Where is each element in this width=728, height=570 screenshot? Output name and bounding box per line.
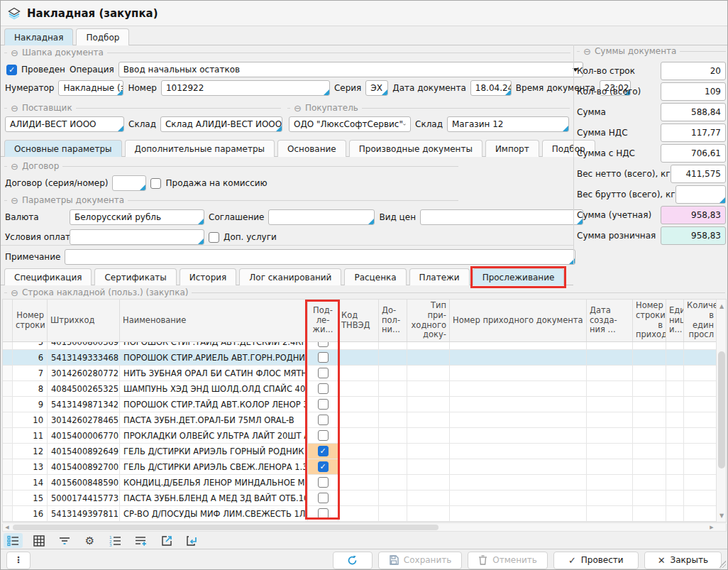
tab-import[interactable]: Импорт xyxy=(485,140,539,157)
tab-podbor[interactable]: Подбор xyxy=(76,28,129,45)
numbered-list-icon[interactable]: 123 xyxy=(106,533,125,548)
tab-proslezhivanie[interactable]: Прослеживание xyxy=(473,268,565,285)
column-header-tnved[interactable]: Код ТНВЭД xyxy=(338,300,379,341)
buyer-warehouse-field[interactable]: Магазин 12 xyxy=(447,116,569,132)
resize-grip[interactable] xyxy=(719,561,726,568)
open-external-icon[interactable] xyxy=(157,533,176,548)
column-header-incoming-type[interactable]: Тип при- ходного доку- xyxy=(407,300,450,341)
column-header-barcode[interactable]: Штрихкод xyxy=(48,300,120,341)
more-menu-button[interactable]: ⋮ xyxy=(6,552,31,569)
agreement-field[interactable] xyxy=(268,209,375,225)
settings-gear-icon[interactable]: ⚙ xyxy=(80,533,99,548)
extra-services-checkbox[interactable] xyxy=(209,232,219,243)
price-type-field[interactable] xyxy=(420,209,583,225)
tab-dopolnitelnye-parametry[interactable]: Дополнительные параметры xyxy=(125,140,275,157)
cell-subject[interactable] xyxy=(308,412,338,428)
collapse-icon[interactable]: ⊖ xyxy=(11,162,18,171)
sum-value-summa[interactable]: 588,84 xyxy=(661,103,726,121)
supplier-name-field[interactable]: АЛИДИ-ВЕСТ ИООО xyxy=(5,116,124,132)
operation-select[interactable]: Ввод начальных остатков xyxy=(118,62,583,77)
collapse-icon[interactable]: ⊖ xyxy=(294,104,302,113)
table-row[interactable]: 165413149397811СР-ВО Д/ПОСУДЫ МИФ ЛИМ.СВ… xyxy=(3,506,726,522)
column-header-incoming-number[interactable]: Номер приходного документа xyxy=(450,300,587,341)
list-view-icon[interactable] xyxy=(4,533,23,548)
scrollbar-thumb[interactable] xyxy=(718,351,725,468)
cell-subject[interactable] xyxy=(308,366,338,381)
numerator-field[interactable]: Накладные (зак xyxy=(58,80,123,96)
sum-value-kol-vo-strok[interactable]: 20 xyxy=(661,62,726,80)
vertical-scrollbar[interactable]: ▲ ▼ xyxy=(716,300,726,522)
tab-specifikaciya[interactable]: Спецификация xyxy=(4,268,92,285)
tab-nakladnaya[interactable]: Накладная xyxy=(4,28,73,45)
row-checkbox[interactable]: ✓ xyxy=(318,446,329,456)
scroll-down-icon[interactable]: ▼ xyxy=(717,510,727,520)
table-row[interactable]: 103014260278465ПАСТА ЗУБН.ДЕТ.ОРАЛ-БИ 75… xyxy=(3,412,726,428)
column-header-subject[interactable]: Под- ле- жи... xyxy=(308,300,338,341)
cell-subject[interactable] xyxy=(308,397,338,412)
refresh-button[interactable] xyxy=(333,552,373,569)
cell-subject[interactable] xyxy=(308,342,338,350)
row-checkbox[interactable] xyxy=(318,415,329,425)
scroll-left-icon[interactable]: ◀ xyxy=(3,524,11,531)
posted-checkbox[interactable]: ✓ xyxy=(6,65,17,75)
cell-subject[interactable] xyxy=(308,428,338,444)
tab-proizvodnye-dokumenty[interactable]: Производные документы xyxy=(349,140,482,157)
cell-subject[interactable] xyxy=(308,506,338,522)
tab-istoriya[interactable]: История xyxy=(180,268,237,285)
contract-field[interactable] xyxy=(112,175,146,191)
table-row[interactable]: 84084500265325ШАМПУНЬ ХЭД ЭНД ШОЛД.ОЛД С… xyxy=(3,381,726,397)
collapse-icon[interactable]: ⊖ xyxy=(11,288,18,297)
close-button[interactable]: ✕ Закрыть xyxy=(644,552,722,569)
cell-subject[interactable]: ✓ xyxy=(308,444,338,459)
payment-terms-field[interactable] xyxy=(70,229,204,245)
column-header-name[interactable]: Наименование xyxy=(120,300,308,341)
series-field[interactable]: ЭХ xyxy=(365,80,388,96)
sum-value-ves-netto[interactable]: 411,575 xyxy=(671,165,726,183)
table-row[interactable]: 114015400006770ПРОКЛАДКИ ОЛВЕЙС УЛЬТРА Л… xyxy=(3,428,726,444)
post-button[interactable]: ✓ Провести xyxy=(553,552,639,569)
row-checkbox[interactable] xyxy=(318,383,329,394)
tab-sertifikaty[interactable]: Сертификаты xyxy=(94,268,176,285)
supplier-warehouse-field[interactable]: Склад АЛИДИ-ВЕСТ ИООО xyxy=(160,116,282,132)
date-field[interactable]: 18.04.24 xyxy=(470,80,512,96)
sum-value-kol-vo-vsego[interactable]: 109 xyxy=(661,82,726,101)
reload-rows-icon[interactable] xyxy=(182,533,202,548)
sum-value-summa-uchetnaya[interactable]: 958,83 xyxy=(661,206,726,224)
number-field[interactable]: 1012922 xyxy=(161,80,330,96)
scroll-right-icon[interactable]: ▶ xyxy=(707,524,716,531)
row-checkbox[interactable] xyxy=(318,342,329,347)
collapse-icon[interactable]: ⊖ xyxy=(11,104,18,113)
buyer-select[interactable]: ОДО "ЛюксСофтСервис" xyxy=(289,116,411,132)
cancel-button[interactable]: Отменить xyxy=(468,552,548,569)
collapse-icon[interactable]: ⊖ xyxy=(11,196,18,205)
row-checkbox[interactable] xyxy=(318,508,329,519)
row-checkbox[interactable] xyxy=(318,477,329,488)
collapse-icon[interactable]: ⊖ xyxy=(11,48,18,57)
sum-value-summa-s-nds[interactable]: 706,61 xyxy=(661,144,726,163)
cell-subject[interactable] xyxy=(308,490,338,506)
table-row[interactable]: 155000174415773ПАСТА ЗУБН.БЛЕНД А МЕД ЗД… xyxy=(3,490,726,506)
grid-view-icon[interactable] xyxy=(29,533,48,548)
filter-icon[interactable] xyxy=(55,533,74,548)
table-row[interactable]: 124015400892649ГЕЛЬ Д/СТИРКИ АРИЭЛЬ ГОРН… xyxy=(3,444,726,459)
table-row[interactable]: 65413149333468ПОРОШОК СТИР.АРИЕЛЬ АВТ.ГО… xyxy=(3,350,726,366)
scroll-up-icon[interactable]: ▲ xyxy=(717,301,727,311)
column-header-qty-units[interactable]: Количе в един просл xyxy=(684,300,717,341)
add-rows-icon[interactable] xyxy=(131,533,150,548)
column-header-row-in-incoming[interactable]: Номер строки в приход.. xyxy=(633,300,666,341)
table-row[interactable]: 73014260280772НИТЬ ЗУБНАЯ ОРАЛ БИ САТИН … xyxy=(3,366,726,381)
tab-rascenka[interactable]: Расценка xyxy=(344,268,406,285)
scrollbar-thumb[interactable] xyxy=(13,525,439,530)
cell-subject[interactable] xyxy=(308,381,338,397)
table-row[interactable]: 134015400892700ГЕЛЬ Д/СТИРКИ АРИЭЛЬ СВЕЖ… xyxy=(3,459,726,475)
note-field[interactable] xyxy=(65,249,575,265)
row-checkbox[interactable] xyxy=(318,399,329,410)
sum-value-ves-brutto[interactable] xyxy=(675,185,726,204)
column-header-created[interactable]: Дата созда- ния ... xyxy=(587,300,633,341)
commission-checkbox[interactable] xyxy=(150,178,161,189)
column-header-num[interactable]: Номер строки xyxy=(13,300,48,341)
column-header-dop[interactable]: До- пол- ни... xyxy=(379,300,407,341)
tab-log-skanirovaniy[interactable]: Лог сканирований xyxy=(239,268,341,285)
cell-subject[interactable] xyxy=(308,350,338,366)
table-row[interactable]: 144015600848590КОНДИЦ.Д/БЕЛЬЯ ЛЕНОР МИНД… xyxy=(3,475,726,490)
